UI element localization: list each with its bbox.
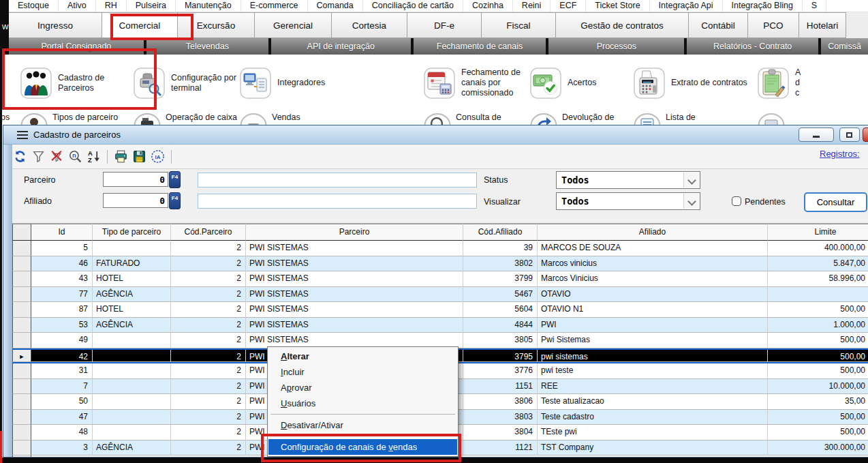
tab-contabil[interactable]: Contábil (688, 12, 748, 38)
ribbon-item-extrato-de-contratos[interactable]: Extrato de contratos (634, 55, 747, 111)
row-selector-header[interactable] (12, 224, 31, 241)
cell: MARCOS DE SOUZA (538, 241, 768, 256)
tab-hotelari[interactable]: Hotelari (799, 12, 846, 38)
row-selector[interactable] (12, 287, 31, 303)
menu-item-desativar-ativar[interactable]: Desativar/Ativar (268, 417, 457, 433)
registros-link[interactable]: Registros: (820, 149, 860, 159)
maximize-button[interactable] (839, 128, 860, 142)
menu-item-aprovar[interactable]: Aprovar (268, 380, 457, 395)
column-header-afiliado[interactable]: Afiliado (538, 224, 768, 241)
find-icon[interactable]: n (68, 149, 82, 164)
menu-item-usuarios[interactable]: Usuários (268, 395, 457, 411)
minimize-button[interactable] (799, 128, 834, 142)
menubar-item-rh[interactable]: RH (96, 0, 127, 12)
menubar-item-ticket-store[interactable]: Ticket Store (586, 0, 649, 12)
parceiro-name-field[interactable] (198, 173, 477, 188)
column-header-limite[interactable]: Limite (768, 224, 868, 241)
row-selector[interactable] (12, 333, 31, 348)
column-header-id[interactable]: Id (31, 224, 93, 241)
afiliado-lookup-f4-button[interactable]: F4 (169, 192, 181, 209)
window-menu-icon[interactable] (17, 131, 28, 139)
column-header-tipo-de-parceiro[interactable]: Tipo de parceiro (93, 224, 171, 241)
row-selector[interactable] (12, 271, 31, 287)
print-icon[interactable] (114, 149, 128, 164)
column-header-cod-parceiro[interactable]: Cód.Parceiro (171, 224, 246, 241)
ribbon-item-label: Configuração porterminal (171, 73, 236, 93)
row-selector[interactable]: ► (12, 350, 31, 363)
row-selector[interactable] (12, 394, 31, 410)
table-row[interactable]: 52PWI SISTEMAS39MARCOS DE SOUZA400.000,0… (12, 241, 868, 256)
row-selector[interactable] (12, 241, 31, 256)
ribbon-item-fechamento-de-canais-por-comissionado[interactable]: Fechamento decanais porcomissionado (424, 55, 521, 111)
clear-filter-icon[interactable] (50, 149, 64, 164)
sort-az-icon[interactable]: AZ (87, 149, 101, 164)
table-row[interactable]: 53AGÊNCIA2PWI SISTEMAS4844PWI1.000,00 (12, 318, 868, 333)
row-selector[interactable] (12, 302, 31, 318)
tab-ingresso[interactable]: Ingresso (8, 12, 102, 38)
menu-item-incluir[interactable]: Incluir (268, 364, 457, 380)
tab-fiscal[interactable]: Fiscal (481, 12, 556, 38)
menubar-item-conciliacao-de-cartao[interactable]: Conciliação de cartão (363, 0, 463, 12)
row-selector[interactable] (12, 318, 31, 333)
table-row[interactable]: 46FATURADO2PWI SISTEMAS3802Marcos vinici… (12, 256, 868, 272)
left-edge-line (0, 55, 2, 431)
column-header-cod-afiliado[interactable]: Cód.Afiliado (463, 224, 538, 241)
parceiro-code-input[interactable] (103, 172, 168, 187)
table-row[interactable]: 77AGÊNCIA2PWI SISTEMAS5467OTAVIO (12, 287, 868, 303)
menubar-item-pulseira[interactable]: Pulseira (127, 0, 176, 12)
tab-comercial[interactable]: Comercial (102, 12, 178, 38)
menubar-item-e-commerce[interactable]: E-commerce (241, 0, 308, 12)
menubar-item-ativo[interactable]: Ativo (59, 0, 96, 12)
menubar-item-reini[interactable]: Reini (513, 0, 551, 12)
row-selector[interactable] (12, 440, 31, 456)
ribbon-item-integradores[interactable]: Integradores (240, 55, 325, 111)
visualizar-dropdown[interactable]: Todos (556, 192, 700, 210)
window-titlebar[interactable]: Cadastro de parceiros (3, 125, 868, 145)
menubar-item-manutencao[interactable]: Manutenção (176, 0, 241, 12)
menu-item-alterar[interactable]: Alterar (268, 348, 457, 364)
menubar-item-s[interactable]: S (803, 0, 826, 12)
cell: 500,00 (768, 363, 868, 379)
menubar-item-comanda[interactable]: Comanda (308, 0, 363, 12)
ribbon-item-configuracao-por-terminal[interactable]: Configuração porterminal (134, 55, 236, 111)
pendentes-label: Pendentes (745, 197, 786, 207)
ribbon-item-acertos[interactable]: Acertos (530, 55, 596, 111)
save-icon[interactable] (132, 149, 146, 164)
menubar-item-ecf[interactable]: ECF (551, 0, 586, 12)
menubar-item-integracao-api[interactable]: Integração Api (650, 0, 723, 12)
tab-cortesia[interactable]: Cortesia (331, 12, 407, 38)
ribbon-item-a-d-c[interactable]: Adc (758, 55, 801, 111)
filter-icon[interactable] (31, 149, 46, 164)
tab-pco[interactable]: PCO (747, 12, 799, 38)
status-dropdown[interactable]: Todos (556, 171, 700, 189)
tab-gestao-de-contratos[interactable]: Gestão de contratos (555, 12, 689, 38)
menubar-item-integracao-bling[interactable]: Integração Bling (723, 0, 803, 12)
refresh-icon[interactable] (13, 149, 27, 164)
row-selector[interactable] (12, 410, 31, 425)
parceiro-lookup-f4-button[interactable]: F4 (169, 171, 181, 188)
tab-df-e[interactable]: DF-e (407, 12, 482, 38)
row-selector[interactable] (12, 379, 31, 395)
pendentes-checkbox[interactable] (732, 196, 741, 206)
row-selector[interactable] (12, 256, 31, 272)
chevron-down-icon[interactable] (683, 173, 699, 188)
menu-item-configuracao-de-canais-de-vendas[interactable]: Configuração de canais de vendas (268, 439, 457, 455)
menubar-item-estoque[interactable]: Estoque (9, 0, 59, 12)
ia-badge-icon[interactable]: IA (151, 149, 165, 164)
afiliado-code-input[interactable] (103, 193, 168, 208)
column-header-parceiro[interactable]: Parceiro (246, 224, 463, 241)
cell: 1.000,00 (768, 318, 868, 333)
svg-text:n: n (72, 151, 76, 159)
row-selector[interactable] (12, 425, 31, 440)
afiliado-name-field[interactable] (198, 194, 477, 209)
tab-gerencial[interactable]: Gerencial (254, 12, 332, 38)
ribbon-item-cadastro-de-parceiros[interactable]: Cadastro deParceiros (20, 55, 104, 111)
tab-excursao[interactable]: Excursão (177, 12, 255, 38)
table-row[interactable]: 43HOTEL2PWI SISTEMAS3799Marcos Vinicius5… (12, 271, 868, 287)
consultar-button[interactable]: Consultar (804, 192, 867, 212)
table-row[interactable]: 87HOTEL2PWI SISTEMAS5604OTAVIO N1500,00 (12, 302, 868, 318)
chevron-down-icon[interactable] (683, 194, 699, 209)
close-button[interactable] (863, 128, 868, 142)
menubar-item-cozinha[interactable]: Cozinha (463, 0, 513, 12)
row-selector[interactable] (12, 363, 31, 379)
